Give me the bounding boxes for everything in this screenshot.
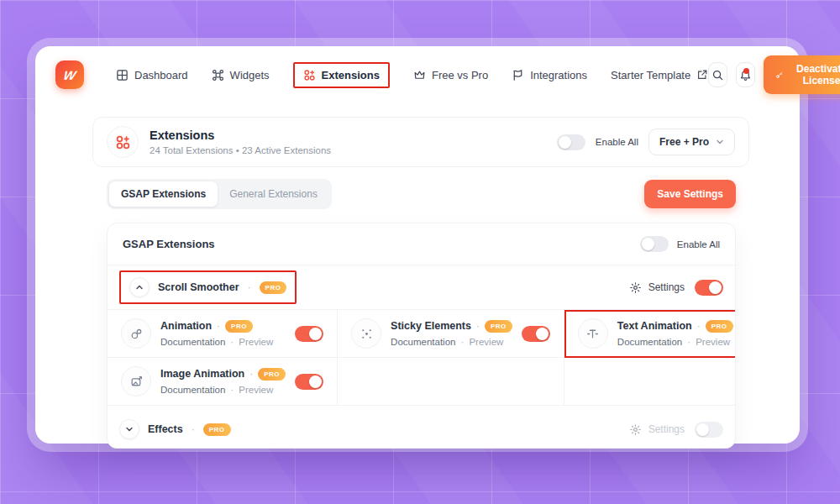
gsap-enable-all-label: Enable All bbox=[677, 239, 720, 249]
extension-title: Image Animation bbox=[160, 368, 244, 380]
nav-item-dashboard[interactable]: Dashboard bbox=[116, 69, 188, 81]
extension-info: Sticky Elements · PRO Documentation · Pr… bbox=[391, 320, 512, 348]
effects-actions: Settings bbox=[629, 422, 723, 438]
accordion-title: Effects bbox=[148, 423, 183, 435]
gsap-card-controls: Enable All bbox=[640, 236, 720, 252]
image-animation-toggle[interactable] bbox=[295, 374, 323, 390]
documentation-link[interactable]: Documentation bbox=[160, 337, 225, 347]
extension-title: Text Animation bbox=[617, 320, 692, 332]
extension-cell-animation: Animation · PRO Documentation · Preview bbox=[108, 310, 338, 358]
image-arrow-icon bbox=[129, 375, 144, 389]
expand-button[interactable] bbox=[119, 419, 139, 439]
extension-title: Sticky Elements bbox=[391, 320, 471, 332]
extensions-icon bbox=[303, 69, 316, 81]
external-link-icon bbox=[696, 69, 708, 81]
section-title: Extensions bbox=[150, 129, 331, 142]
pro-badge: PRO bbox=[225, 320, 253, 333]
settings-label: Settings bbox=[648, 281, 685, 293]
preview-link[interactable]: Preview bbox=[239, 337, 273, 347]
animation-toggle[interactable] bbox=[295, 326, 323, 342]
gear-icon[interactable] bbox=[629, 281, 642, 294]
extension-cell-empty bbox=[564, 358, 736, 406]
main-nav: Dashboard Widgets Extensions Free vs Pro… bbox=[116, 62, 708, 88]
nav-item-integrations[interactable]: Integrations bbox=[512, 69, 587, 81]
extension-cell-sticky-elements: Sticky Elements · PRO Documentation · Pr… bbox=[338, 310, 564, 358]
scroll-smoother-toggle-group[interactable]: Scroll Smoother · PRO bbox=[119, 270, 297, 304]
nav-item-extensions[interactable]: Extensions bbox=[293, 62, 390, 88]
dot-separator: · bbox=[687, 336, 690, 348]
scroll-smoother-actions: Settings bbox=[629, 280, 723, 296]
pro-badge: PRO bbox=[260, 281, 287, 294]
extension-cell-image-animation: Image Animation · PRO Documentation · Pr… bbox=[108, 358, 338, 406]
chevron-up-icon bbox=[135, 283, 144, 291]
image-animation-icon-wrap bbox=[121, 366, 151, 396]
settings-label: Settings bbox=[648, 423, 685, 435]
nav-item-widgets[interactable]: Widgets bbox=[212, 69, 270, 81]
enable-all-toggle[interactable] bbox=[557, 134, 585, 150]
dot-separator: · bbox=[230, 336, 234, 348]
notification-dot bbox=[743, 68, 749, 74]
dot-separator: · bbox=[460, 336, 464, 348]
plan-filter-dropdown[interactable]: Free + Pro bbox=[648, 129, 735, 155]
enable-all-label: Enable All bbox=[596, 137, 638, 147]
chevron-down-icon bbox=[125, 425, 134, 433]
tab-gsap-extensions[interactable]: GSAP Extensions bbox=[109, 181, 218, 207]
nav-label: Free vs Pro bbox=[432, 69, 488, 81]
tab-general-extensions[interactable]: General Extensions bbox=[218, 181, 329, 207]
notifications-button[interactable] bbox=[736, 62, 755, 87]
text-t-arrows-icon bbox=[585, 327, 600, 341]
extension-grid: Animation · PRO Documentation · Preview bbox=[108, 310, 735, 406]
documentation-link[interactable]: Documentation bbox=[160, 385, 225, 395]
nav-item-starter-template[interactable]: Starter Template bbox=[611, 69, 708, 81]
extension-cell-text-animation: Text Animation · PRO Documentation · Pre… bbox=[564, 310, 736, 358]
pro-badge: PRO bbox=[258, 368, 286, 381]
key-icon bbox=[775, 70, 783, 81]
topbar-actions: Deactivate License bbox=[708, 55, 840, 94]
extension-info: Image Animation · PRO Documentation · Pr… bbox=[160, 368, 286, 396]
extension-info: Text Animation · PRO Documentation · Pre… bbox=[617, 320, 733, 348]
pro-badge: PRO bbox=[203, 423, 231, 436]
search-icon bbox=[711, 69, 724, 81]
gear-icon bbox=[629, 423, 642, 436]
search-button[interactable] bbox=[708, 62, 727, 87]
nav-label: Starter Template bbox=[611, 69, 690, 81]
dot-separator: · bbox=[217, 320, 220, 332]
extensions-orange-icon bbox=[115, 134, 131, 150]
dashboard-grid-icon bbox=[116, 69, 129, 81]
save-settings-button[interactable]: Save Settings bbox=[644, 180, 736, 208]
gsap-card-header: GSAP Extensions Enable All bbox=[108, 223, 735, 265]
extension-title: Animation bbox=[160, 320, 212, 332]
dot-separator: · bbox=[230, 384, 234, 396]
preview-link[interactable]: Preview bbox=[469, 337, 503, 347]
sticky-elements-icon-wrap bbox=[351, 318, 381, 349]
brand-logo[interactable]: W bbox=[55, 60, 84, 89]
deactivate-license-button[interactable]: Deactivate License bbox=[764, 55, 840, 94]
pro-badge: PRO bbox=[706, 320, 733, 333]
preview-link[interactable]: Preview bbox=[239, 385, 273, 395]
gsap-extensions-card: GSAP Extensions Enable All Scroll Smooth… bbox=[107, 223, 736, 449]
effects-toggle[interactable] bbox=[695, 422, 723, 438]
app-window: W Dashboard Widgets Extensions Free vs P… bbox=[35, 46, 800, 444]
effects-toggle-group[interactable]: Effects · PRO bbox=[119, 419, 231, 439]
collapse-button[interactable] bbox=[129, 277, 150, 297]
scroll-smoother-toggle[interactable] bbox=[695, 280, 723, 296]
preview-link[interactable]: Preview bbox=[696, 337, 730, 347]
sticky-elements-toggle[interactable] bbox=[522, 326, 550, 342]
extensions-section-header: Extensions 24 Total Extensions • 23 Acti… bbox=[92, 117, 749, 167]
extension-cell-empty bbox=[338, 358, 564, 406]
top-navigation-bar: W Dashboard Widgets Extensions Free vs P… bbox=[35, 46, 800, 103]
brand-logo-mark: W bbox=[63, 68, 77, 82]
scroll-smoother-accordion-header: Scroll Smoother · PRO Settings bbox=[108, 265, 735, 310]
nav-label: Dashboard bbox=[134, 69, 188, 81]
linked-circles-icon bbox=[129, 327, 144, 341]
chevron-down-icon bbox=[716, 138, 724, 146]
gsap-enable-all-toggle[interactable] bbox=[640, 236, 669, 252]
documentation-link[interactable]: Documentation bbox=[391, 337, 455, 347]
deactivate-license-label: Deactivate License bbox=[789, 63, 840, 87]
documentation-link[interactable]: Documentation bbox=[617, 337, 682, 347]
extension-info: Animation · PRO Documentation · Preview bbox=[160, 320, 273, 348]
command-icon bbox=[212, 69, 224, 81]
scatter-dots-icon bbox=[360, 327, 374, 341]
nav-label: Integrations bbox=[530, 69, 587, 81]
nav-item-free-vs-pro[interactable]: Free vs Pro bbox=[413, 69, 488, 81]
